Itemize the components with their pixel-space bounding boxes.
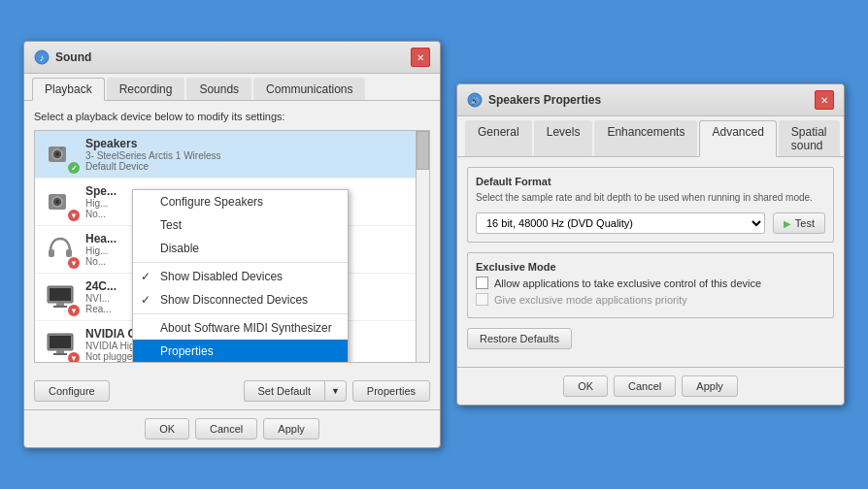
test-label: Test: [160, 218, 182, 232]
sound-body: Select a playback device below to modify…: [24, 101, 440, 373]
unplugged-icon-2: ▼: [68, 210, 80, 221]
sound-dialog: ♪ Sound ✕ Playback Recording Sounds Comm…: [23, 41, 441, 448]
show-disconnected-label: Show Disconnected Devices: [160, 293, 308, 307]
exclusive-priority-checkbox[interactable]: [476, 293, 488, 306]
exclusive-mode-section: Exclusive Mode Allow applications to tak…: [467, 252, 834, 318]
sound-title-text: Sound: [55, 50, 91, 64]
tab-spatial-sound[interactable]: Spatial sound: [779, 120, 840, 156]
speakers-title-text: Speakers Properties: [488, 93, 601, 107]
exclusive-priority-label: Give exclusive mode applications priorit…: [494, 294, 687, 306]
sound-cancel-button[interactable]: Cancel: [195, 418, 257, 440]
speakers-properties-dialog: 🔊 Speakers Properties ✕ General Levels E…: [456, 83, 845, 406]
context-properties[interactable]: Properties: [133, 340, 348, 363]
speakers-tabs: General Levels Enhancements Advanced Spa…: [457, 116, 844, 157]
svg-rect-13: [56, 303, 64, 306]
context-separator-1: [133, 262, 348, 263]
svg-rect-18: [53, 353, 67, 355]
svg-rect-12: [50, 288, 71, 301]
speakers-ok-button[interactable]: OK: [563, 375, 608, 397]
sound-title-icon: ♪: [34, 49, 50, 65]
set-default-arrow-button[interactable]: ▼: [324, 380, 347, 402]
device-icon-2: ▼: [43, 184, 78, 219]
set-default-button[interactable]: Set Default: [244, 380, 324, 402]
context-show-disabled[interactable]: ✓ Show Disabled Devices: [133, 265, 348, 288]
device-name-speakers: Speakers: [85, 137, 421, 150]
context-test[interactable]: Test: [133, 213, 348, 237]
sound-footer: Configure Set Default ▼ Properties: [24, 373, 440, 409]
test-label: Test: [795, 217, 815, 229]
speakers-body: Default Format Select the sample rate an…: [457, 157, 844, 367]
svg-rect-17: [56, 350, 64, 353]
format-select[interactable]: 16 bit, 48000 Hz (DVD Quality): [476, 212, 765, 234]
device-icon-headphone: ▼: [43, 232, 78, 267]
device-icon-nvidia: ▼: [43, 327, 78, 362]
sound-title-bar: ♪ Sound ✕: [24, 42, 440, 74]
tab-recording[interactable]: Recording: [107, 78, 185, 100]
sound-apply-button[interactable]: Apply: [263, 418, 319, 440]
default-format-title: Default Format: [476, 176, 825, 187]
device-icon-monitor: ▼: [43, 279, 78, 314]
context-about-midi[interactable]: About Software MIDI Synthesizer: [133, 316, 348, 340]
exclusive-control-checkbox[interactable]: [476, 277, 488, 289]
context-configure-speakers[interactable]: Configure Speakers: [133, 190, 348, 213]
tab-sounds[interactable]: Sounds: [186, 78, 251, 100]
device-item-speakers[interactable]: ✓ Speakers 3- SteelSeries Arctis 1 Wirel…: [35, 131, 429, 179]
tab-playback[interactable]: Playback: [32, 78, 105, 101]
about-midi-label: About Software MIDI Synthesizer: [160, 321, 332, 335]
tab-general[interactable]: General: [465, 120, 532, 156]
unplugged-icon-monitor: ▼: [68, 305, 80, 316]
check-disconnected-icon: ✓: [141, 293, 150, 307]
properties-label: Properties: [160, 344, 214, 358]
svg-text:♪: ♪: [40, 52, 45, 63]
restore-defaults-button[interactable]: Restore Defaults: [467, 328, 572, 349]
context-show-disconnected[interactable]: ✓ Show Disconnected Devices: [133, 288, 348, 311]
speakers-title-icon: 🔊: [467, 92, 483, 108]
speakers-apply-button[interactable]: Apply: [682, 375, 738, 397]
sound-tabs: Playback Recording Sounds Communications: [24, 74, 440, 101]
speakers-ok-cancel: OK Cancel Apply: [457, 367, 844, 405]
set-default-group: Set Default ▼: [244, 380, 347, 402]
device-info-speakers: Speakers 3- SteelSeries Arctis 1 Wireles…: [85, 137, 421, 172]
context-disable[interactable]: Disable: [133, 237, 348, 260]
configure-speakers-label: Configure Speakers: [160, 195, 263, 209]
context-menu: Configure Speakers Test Disable ✓ Show D…: [132, 189, 349, 363]
check-disabled-icon: ✓: [141, 270, 150, 283]
svg-rect-10: [66, 249, 72, 257]
test-button[interactable]: ▶ Test: [773, 212, 825, 234]
device-list-scrollbar[interactable]: [416, 131, 429, 362]
sound-ok-button[interactable]: OK: [145, 418, 189, 440]
default-format-section: Default Format Select the sample rate an…: [467, 167, 834, 243]
exclusive-priority-row: Give exclusive mode applications priorit…: [476, 293, 825, 306]
unplugged-icon-nvidia: ▼: [68, 352, 80, 363]
svg-rect-14: [53, 306, 67, 308]
sound-close-button[interactable]: ✕: [411, 48, 430, 67]
format-row: 16 bit, 48000 Hz (DVD Quality) ▶ Test: [476, 212, 825, 234]
tab-enhancements[interactable]: Enhancements: [594, 120, 697, 156]
device-detail1-speakers: 3- SteelSeries Arctis 1 Wireless: [85, 150, 421, 161]
properties-button[interactable]: Properties: [352, 380, 430, 402]
tab-advanced[interactable]: Advanced: [699, 120, 776, 157]
svg-text:🔊: 🔊: [470, 96, 480, 106]
unplugged-icon-headphone: ▼: [68, 257, 80, 269]
svg-rect-9: [49, 249, 54, 257]
configure-button[interactable]: Configure: [34, 380, 110, 402]
speakers-title-bar: 🔊 Speakers Properties ✕: [457, 84, 844, 116]
scrollbar-thumb[interactable]: [417, 131, 429, 170]
default-check-icon: ✓: [68, 162, 80, 174]
exclusive-control-row: Allow applications to take exclusive con…: [476, 277, 825, 289]
svg-point-4: [55, 152, 59, 156]
exclusive-control-label: Allow applications to take exclusive con…: [494, 277, 761, 289]
speakers-cancel-button[interactable]: Cancel: [614, 375, 676, 397]
context-separator-2: [133, 313, 348, 314]
tab-communications[interactable]: Communications: [253, 78, 365, 100]
disable-label: Disable: [160, 242, 199, 255]
device-list-container: ✓ Speakers 3- SteelSeries Arctis 1 Wirel…: [34, 130, 430, 363]
sound-ok-cancel: OK Cancel Apply: [24, 409, 440, 447]
tab-levels[interactable]: Levels: [534, 120, 593, 156]
device-icon-speakers: ✓: [43, 137, 78, 172]
speakers-close-button[interactable]: ✕: [815, 90, 834, 110]
svg-point-8: [55, 200, 59, 204]
default-format-desc: Select the sample rate and bit depth to …: [476, 191, 825, 205]
show-disabled-label: Show Disabled Devices: [160, 270, 283, 283]
device-detail2-speakers: Default Device: [85, 161, 421, 172]
